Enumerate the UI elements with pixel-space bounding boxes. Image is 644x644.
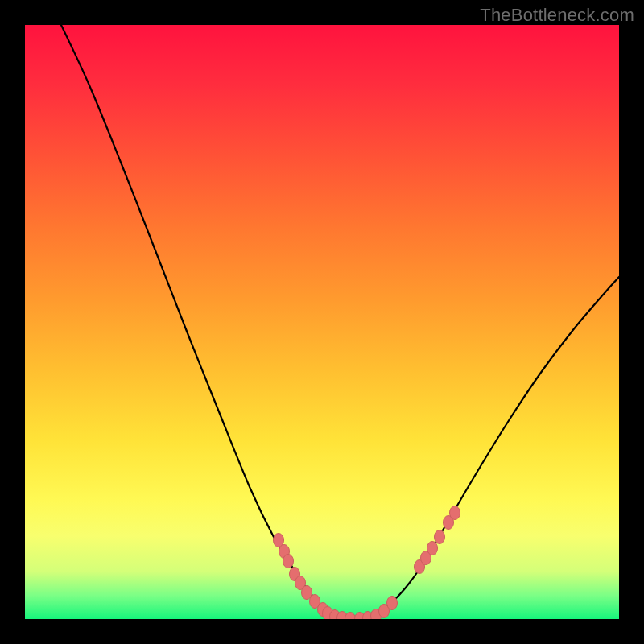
marker-dot bbox=[450, 506, 460, 520]
watermark-text: TheBottleneck.com bbox=[480, 5, 634, 26]
marker-group bbox=[274, 506, 460, 620]
marker-dot bbox=[345, 613, 356, 620]
marker-dot bbox=[427, 542, 438, 555]
chart-svg bbox=[25, 25, 619, 619]
marker-dot bbox=[387, 597, 398, 610]
plot-area bbox=[25, 25, 619, 619]
bottleneck-curve bbox=[61, 25, 619, 619]
marker-dot bbox=[435, 530, 445, 544]
marker-dot bbox=[283, 555, 294, 568]
